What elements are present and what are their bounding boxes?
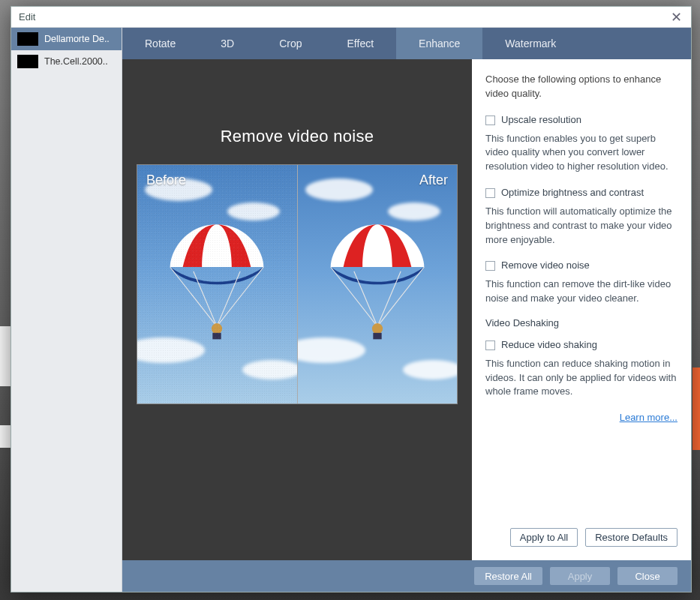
tab-rotate[interactable]: Rotate (122, 28, 198, 59)
bg-strip (0, 326, 11, 386)
thumbnail (17, 32, 38, 46)
option-label: Optimize brightness and contrast (501, 186, 644, 200)
options-panel: Choose the following options to enhance … (472, 59, 691, 560)
tab-crop[interactable]: Crop (257, 28, 324, 59)
svg-rect-3 (373, 332, 381, 339)
sidebar-item-file-2[interactable]: The.Cell.2000.. (11, 50, 122, 73)
tab-label: Enhance (419, 38, 460, 50)
option-desc: This function will automatically optimiz… (485, 205, 677, 248)
tab-label: Crop (279, 38, 302, 50)
tab-label: Effect (347, 38, 374, 50)
svg-rect-1 (213, 332, 221, 339)
footer-bar: Restore All Apply Close (122, 560, 691, 592)
restore-defaults-button[interactable]: Restore Defaults (585, 528, 677, 547)
preview-compare: Before (137, 164, 458, 404)
main: Rotate 3D Crop Effect Enhance Watermark … (122, 28, 691, 592)
preview-after: After (297, 165, 458, 404)
sidebar-item-label: The.Cell.2000.. (44, 56, 108, 67)
option-reduce-shaking[interactable]: Reduce video shaking (485, 338, 677, 352)
tab-label: Rotate (145, 38, 176, 50)
option-desc: This function can reduce shaking motion … (485, 357, 677, 400)
tab-label: 3D (221, 38, 234, 50)
checkbox-icon[interactable] (485, 116, 495, 125)
panel-intro: Choose the following options to enhance … (485, 73, 677, 101)
learn-more-row: Learn more... (485, 411, 677, 425)
option-label: Reduce video shaking (501, 338, 597, 352)
spacer (485, 425, 677, 528)
sidebar: Dellamorte De.. The.Cell.2000.. (11, 28, 122, 592)
bg-strip (0, 425, 11, 448)
option-upscale[interactable]: Upscale resolution (485, 113, 677, 128)
svg-point-0 (212, 323, 222, 334)
option-label: Remove video noise (501, 259, 590, 273)
checkbox-icon[interactable] (485, 340, 495, 350)
option-remove-noise[interactable]: Remove video noise (485, 259, 677, 273)
parachute-icon (153, 216, 281, 344)
svg-point-2 (372, 323, 383, 334)
tab-bar: Rotate 3D Crop Effect Enhance Watermark (122, 28, 691, 59)
option-desc: This function enables you to get superb … (485, 132, 677, 175)
tab-effect[interactable]: Effect (325, 28, 397, 59)
edit-window: Edit ✕ Dellamorte De.. The.Cell.2000.. R… (11, 6, 692, 592)
before-label: Before (146, 172, 186, 188)
tab-enhance[interactable]: Enhance (396, 28, 482, 59)
parachute-icon (314, 216, 441, 344)
checkbox-icon[interactable] (485, 261, 495, 271)
window-title: Edit (19, 11, 35, 22)
thumbnail (17, 55, 38, 68)
close-button[interactable]: Close (617, 567, 677, 585)
preview-before: Before (137, 165, 297, 404)
restore-all-button[interactable]: Restore All (474, 567, 542, 585)
checkbox-icon[interactable] (485, 188, 495, 198)
tab-label: Watermark (505, 38, 556, 50)
apply-button[interactable]: Apply (550, 567, 610, 585)
panel-button-row: Apply to All Restore Defaults (485, 528, 677, 547)
cloud (242, 360, 297, 380)
cloud (305, 178, 373, 201)
option-label: Upscale resolution (501, 113, 581, 128)
preview-pane: Remove video noise (122, 59, 472, 560)
content: Remove video noise (122, 59, 691, 560)
preview-title: Remove video noise (221, 127, 374, 146)
tab-watermark[interactable]: Watermark (482, 28, 578, 59)
close-icon[interactable]: ✕ (668, 10, 685, 24)
sidebar-item-label: Dellamorte De.. (44, 34, 110, 44)
learn-more-link[interactable]: Learn more... (620, 412, 677, 423)
apply-to-all-button[interactable]: Apply to All (510, 528, 578, 547)
section-heading: Video Deshaking (485, 316, 677, 331)
option-desc: This function can remove the dirt-like v… (485, 278, 677, 306)
sidebar-item-file-1[interactable]: Dellamorte De.. (11, 28, 122, 50)
bg-strip (692, 368, 700, 450)
after-label: After (419, 172, 448, 188)
tab-3d[interactable]: 3D (198, 28, 257, 59)
option-brightness[interactable]: Optimize brightness and contrast (485, 186, 677, 200)
window-body: Dellamorte De.. The.Cell.2000.. Rotate 3… (11, 28, 691, 592)
titlebar: Edit ✕ (11, 7, 691, 28)
